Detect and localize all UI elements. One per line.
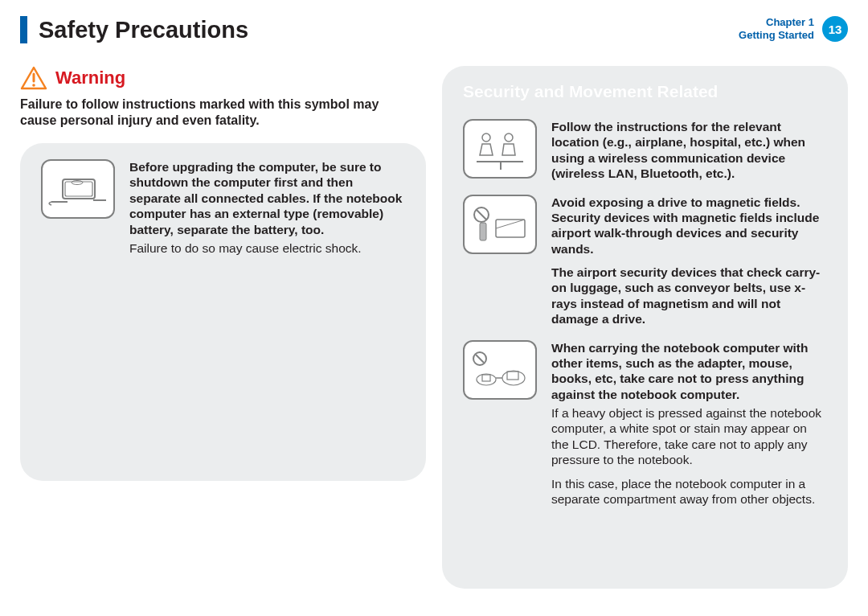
svg-point-19 <box>477 374 496 385</box>
svg-rect-15 <box>496 220 525 237</box>
svg-line-13 <box>477 210 486 220</box>
right-panel: Security and Movement Related Follow the… <box>442 66 848 589</box>
svg-rect-4 <box>65 182 92 196</box>
airplane-usage-icon <box>463 119 537 179</box>
svg-rect-20 <box>482 375 490 381</box>
svg-point-21 <box>502 371 525 385</box>
chapter-section: Getting Started <box>739 29 814 42</box>
svg-point-7 <box>72 181 83 185</box>
warning-label: Warning <box>55 68 125 88</box>
svg-rect-22 <box>507 372 518 380</box>
svg-point-8 <box>482 133 490 142</box>
warning-triangle-icon <box>20 66 47 90</box>
warning-description: Failure to follow instructions marked wi… <box>20 97 414 129</box>
svg-rect-14 <box>480 223 486 240</box>
item-bold-text: Follow the instructions for the relevant… <box>551 119 827 182</box>
svg-point-9 <box>505 133 513 142</box>
svg-rect-3 <box>63 179 95 199</box>
section-heading: Security and Movement Related <box>463 82 827 101</box>
svg-line-16 <box>496 220 525 228</box>
item-body-text: Failure to do so may cause electric shoc… <box>129 240 405 256</box>
svg-point-2 <box>32 84 35 87</box>
svg-line-18 <box>476 355 484 363</box>
precaution-item: Avoid exposing a drive to magnetic field… <box>463 195 827 327</box>
item-bold-text-2: The airport security devices that check … <box>551 265 827 327</box>
item-bold-text: When carrying the notebook computer with… <box>551 340 827 403</box>
chapter-label: Chapter 1 <box>739 16 814 29</box>
precaution-item: Before upgrading the computer, be sure t… <box>41 159 405 256</box>
upgrade-computer-icon <box>41 159 115 219</box>
page-number-badge: 13 <box>822 16 848 42</box>
item-bold-text: Before upgrading the computer, be sure t… <box>129 159 405 237</box>
page-title: Safety Precautions <box>39 17 248 43</box>
precaution-item: Follow the instructions for the relevant… <box>463 119 827 182</box>
precaution-item: When carrying the notebook computer with… <box>463 340 827 507</box>
item-body-text: If a heavy object is pressed against the… <box>551 405 827 468</box>
carrying-notebook-icon <box>463 340 537 400</box>
item-bold-text: Avoid exposing a drive to magnetic field… <box>551 195 827 257</box>
magnetic-field-icon <box>463 195 537 254</box>
item-body-text-2: In this case, place the notebook compute… <box>551 476 827 507</box>
left-panel: Before upgrading the computer, be sure t… <box>20 143 426 481</box>
title-accent-bar <box>20 16 27 43</box>
chapter-info: Chapter 1 Getting Started 13 <box>739 16 848 42</box>
